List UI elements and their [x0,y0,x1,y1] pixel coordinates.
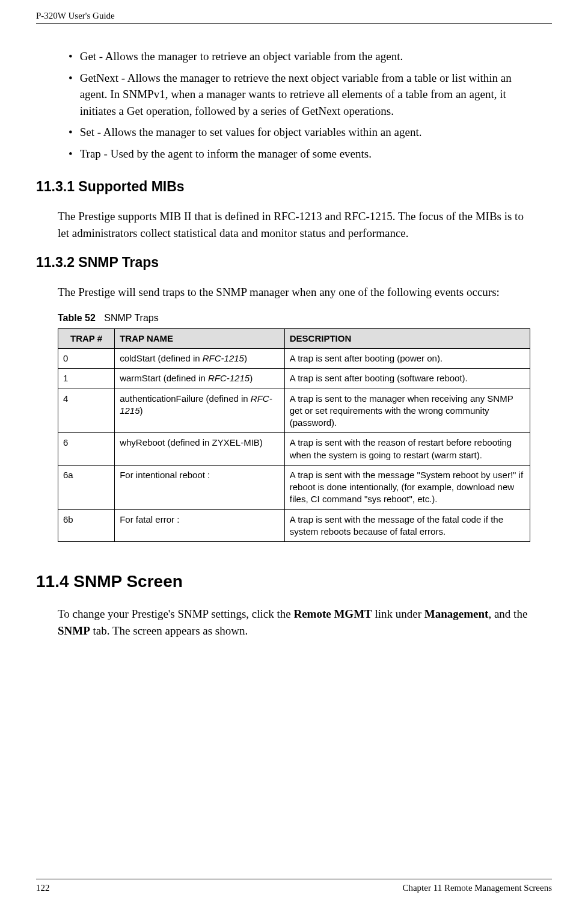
list-item-text: GetNext - Allows the manager to retrieve… [80,70,530,120]
list-item: • Set - Allows the manager to set values… [58,124,530,141]
cell-desc: A trap is sent with the message "System … [284,465,530,509]
bullet-icon: • [58,124,80,141]
list-item-text: Get - Allows the manager to retrieve an … [80,48,403,65]
section-heading-1131: 11.3.1 Supported MIBs [36,179,530,195]
cell-trapnum: 6b [58,509,115,542]
cell-trapnum: 1 [58,369,115,389]
cell-trapname: coldStart (defined in RFC-1215) [115,349,285,369]
table-header-name: TRAP NAME [115,328,285,348]
page-number: 122 [36,883,50,893]
section-heading-114: 11.4 SNMP Screen [36,572,530,591]
cell-trapnum: 6 [58,433,115,466]
footer-chapter: Chapter 11 Remote Management Screens [402,883,552,893]
list-item-text: Trap - Used by the agent to inform the m… [80,146,372,162]
cell-trapnum: 6a [58,465,115,509]
cell-trapname: warmStart (defined in RFC-1215) [115,369,285,389]
cell-desc: A trap is sent after booting (software r… [284,369,530,389]
cell-trapnum: 4 [58,389,115,433]
cell-trapname: authenticationFailure (defined in RFC-12… [115,389,285,433]
paragraph: To change your Prestige's SNMP settings,… [58,606,530,639]
bullet-list: • Get - Allows the manager to retrieve a… [58,48,530,162]
table-header-trap: TRAP # [58,328,115,348]
table-row: 1 warmStart (defined in RFC-1215) A trap… [58,369,530,389]
list-item-text: Set - Allows the manager to set values f… [80,124,422,141]
bullet-icon: • [58,146,80,162]
table-row: 0 coldStart (defined in RFC-1215) A trap… [58,349,530,369]
table-row: 4 authenticationFailure (defined in RFC-… [58,389,530,433]
cell-desc: A trap is sent with the reason of restar… [284,433,530,466]
cell-trapname: For fatal error : [115,509,285,542]
cell-desc: A trap is sent after booting (power on). [284,349,530,369]
table-row: 6a For intentional reboot : A trap is se… [58,465,530,509]
cell-desc: A trap is sent to the manager when recei… [284,389,530,433]
cell-trapname: For intentional reboot : [115,465,285,509]
bullet-icon: • [58,70,80,120]
paragraph: The Prestige supports MIB II that is def… [58,208,530,241]
table-row: 6 whyReboot (defined in ZYXEL-MIB) A tra… [58,433,530,466]
cell-desc: A trap is sent with the message of the f… [284,509,530,542]
cell-trapname: whyReboot (defined in ZYXEL-MIB) [115,433,285,466]
page-footer: 122 Chapter 11 Remote Management Screens [36,879,552,893]
page-header: P-320W User's Guide [36,11,552,24]
snmp-traps-table: TRAP # TRAP NAME DESCRIPTION 0 coldStart… [58,328,530,542]
header-left: P-320W User's Guide [36,11,115,21]
table-caption-number: Table 52 [58,313,96,323]
table-caption-text: SNMP Traps [104,313,158,323]
cell-trapnum: 0 [58,349,115,369]
table-caption: Table 52 SNMP Traps [58,313,530,324]
bullet-icon: • [58,48,80,65]
table-header-desc: DESCRIPTION [284,328,530,348]
paragraph: The Prestige will send traps to the SNMP… [58,284,530,301]
section-heading-1132: 11.3.2 SNMP Traps [36,254,530,271]
table-row: 6b For fatal error : A trap is sent with… [58,509,530,542]
list-item: • Get - Allows the manager to retrieve a… [58,48,530,65]
page-content: • Get - Allows the manager to retrieve a… [36,24,552,639]
list-item: • Trap - Used by the agent to inform the… [58,146,530,162]
list-item: • GetNext - Allows the manager to retrie… [58,70,530,120]
table-header-row: TRAP # TRAP NAME DESCRIPTION [58,328,530,348]
